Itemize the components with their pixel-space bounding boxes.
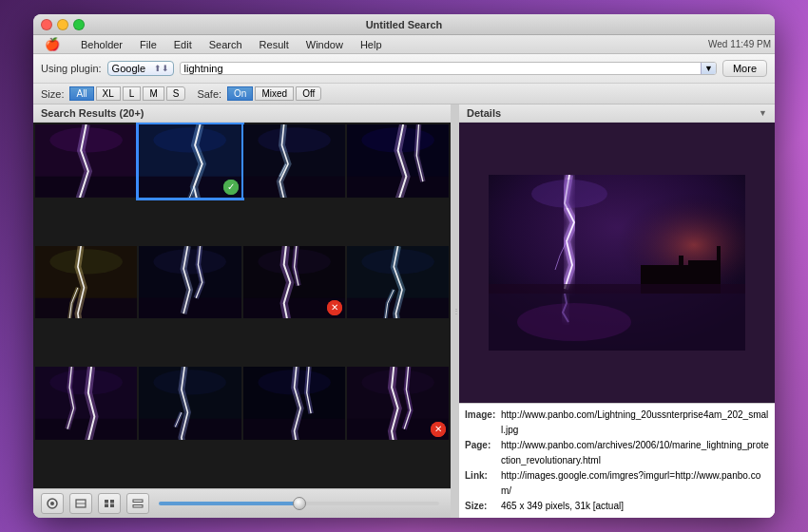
info-image-row: Image: http://www.panbo.com/Lightning_20…: [465, 408, 769, 438]
info-link-url: http://images.google.com/imgres?imgurl=h…: [501, 468, 769, 499]
titlebar: Untitled Search: [33, 14, 775, 35]
size-l-btn[interactable]: L: [123, 86, 142, 101]
search-input[interactable]: [181, 63, 701, 74]
search-dropdown-icon[interactable]: ▼: [701, 63, 716, 74]
svg-rect-14: [35, 297, 137, 318]
menu-result[interactable]: Result: [252, 36, 297, 53]
maximize-button[interactable]: [73, 19, 85, 30]
safe-label: Safe:: [197, 88, 221, 100]
details-header: Details ▼: [459, 104, 775, 123]
svg-rect-45: [133, 505, 143, 508]
left-panel: Search Results (20+) ✓✕✕: [33, 104, 452, 518]
details-label: Details: [467, 107, 501, 119]
size-m-btn[interactable]: M: [143, 86, 164, 101]
safe-group: Safe: On Mixed Off: [197, 86, 321, 101]
apple-menu[interactable]: 🍎: [37, 36, 67, 53]
svg-point-54: [531, 180, 607, 208]
preview-image: [489, 175, 745, 351]
minimize-button[interactable]: [57, 19, 68, 30]
svg-rect-43: [110, 504, 114, 508]
safe-off-btn[interactable]: Off: [296, 86, 321, 101]
toolbar: Using plugin: Google ⬆⬇ ▼ More: [33, 54, 775, 84]
main-content: Search Results (20+) ✓✕✕: [33, 104, 775, 518]
window-controls: [41, 19, 85, 30]
svg-rect-44: [133, 500, 143, 503]
safe-on-btn[interactable]: On: [227, 86, 253, 101]
safe-mixed-btn[interactable]: Mixed: [255, 86, 294, 101]
grid-item-9[interactable]: [35, 367, 137, 440]
info-page-row: Page: http://www.panbo.com/archives/2006…: [465, 438, 769, 468]
menu-beholder[interactable]: Beholder: [73, 36, 130, 53]
svg-point-34: [361, 370, 434, 395]
app-window: Untitled Search 🍎 Beholder File Edit Sea…: [33, 14, 775, 518]
zoom-slider[interactable]: [159, 502, 439, 505]
svg-point-49: [517, 303, 631, 341]
info-size-label: Size:: [465, 499, 498, 514]
collapse-icon[interactable]: ▼: [759, 108, 767, 118]
grid-item-1[interactable]: [35, 124, 137, 198]
view-icon-2[interactable]: [69, 493, 92, 514]
resize-dots-icon: ⋮: [452, 307, 459, 315]
menu-search[interactable]: Search: [202, 36, 250, 53]
svg-rect-20: [243, 297, 345, 318]
grid-item-12[interactable]: ✕: [347, 367, 449, 440]
svg-point-7: [258, 127, 331, 152]
view-icon-1[interactable]: [41, 493, 64, 514]
info-area: Image: http://www.panbo.com/Lightning_20…: [459, 403, 775, 518]
grid-item-5[interactable]: [35, 246, 137, 319]
svg-rect-41: [110, 500, 114, 504]
select-arrows-icon: ⬆⬇: [154, 64, 169, 73]
bottom-toolbar: [33, 488, 451, 518]
grid-item-3[interactable]: [243, 124, 345, 198]
svg-point-28: [154, 370, 227, 395]
clock: Wed 11:49 PM: [708, 39, 771, 49]
size-group: Size: All XL L M S: [41, 86, 185, 101]
menubar: 🍎 Beholder File Edit Search Result Windo…: [33, 35, 775, 54]
close-button[interactable]: [41, 19, 52, 30]
controls-bar: Size: All XL L M S Safe: On Mixed Off: [33, 84, 775, 104]
grid-item-10[interactable]: [139, 367, 240, 440]
more-button[interactable]: More: [722, 60, 767, 77]
svg-rect-52: [688, 260, 717, 265]
grid-item-6[interactable]: [139, 246, 240, 319]
info-page-url: http://www.panbo.com/archives/2006/10/ma…: [501, 438, 769, 468]
info-image-label: Image:: [465, 408, 498, 438]
grid-item-4[interactable]: [347, 124, 449, 198]
image-grid[interactable]: ✓✕✕: [33, 123, 451, 488]
size-s-btn[interactable]: S: [166, 86, 186, 101]
svg-point-4: [154, 127, 227, 152]
info-link-label: Link:: [465, 468, 498, 499]
svg-point-16: [154, 249, 227, 274]
details-content: Image: http://www.panbo.com/Lightning_20…: [459, 123, 775, 518]
x-badge: ✕: [431, 422, 446, 437]
plugin-select[interactable]: Google ⬆⬇: [107, 61, 174, 76]
grid-item-7[interactable]: ✕: [243, 246, 345, 319]
menu-window[interactable]: Window: [298, 36, 351, 53]
size-xl-btn[interactable]: XL: [96, 86, 121, 101]
menu-edit[interactable]: Edit: [166, 36, 200, 53]
info-image-url: http://www.panbo.com/Lightning_20ussnter…: [501, 408, 769, 438]
svg-rect-55: [489, 284, 745, 294]
grid-item-8[interactable]: [347, 246, 449, 319]
info-page-label: Page:: [465, 438, 498, 468]
size-all-btn[interactable]: All: [69, 86, 93, 101]
x-badge: ✕: [327, 300, 342, 315]
menu-help[interactable]: Help: [353, 36, 390, 53]
window-title: Untitled Search: [366, 19, 443, 30]
svg-rect-40: [105, 500, 108, 504]
view-icon-4[interactable]: [126, 493, 149, 514]
plugin-value: Google: [112, 63, 152, 74]
menu-file[interactable]: File: [132, 36, 164, 53]
info-link-row: Link: http://images.google.com/imgres?im…: [465, 468, 769, 499]
svg-point-13: [49, 249, 123, 274]
info-size-row: Size: 465 x 349 pixels, 31k [actual]: [465, 499, 769, 514]
grid-item-11[interactable]: [243, 367, 345, 440]
svg-rect-29: [139, 419, 240, 440]
size-label: Size:: [41, 88, 64, 100]
resize-handle[interactable]: ⋮: [452, 104, 459, 518]
grid-item-2[interactable]: ✓: [139, 124, 240, 198]
info-size-value: 465 x 349 pixels, 31k [actual]: [501, 499, 624, 514]
svg-rect-8: [243, 177, 345, 198]
preview-area: [459, 123, 775, 403]
view-icon-3[interactable]: [98, 493, 121, 514]
